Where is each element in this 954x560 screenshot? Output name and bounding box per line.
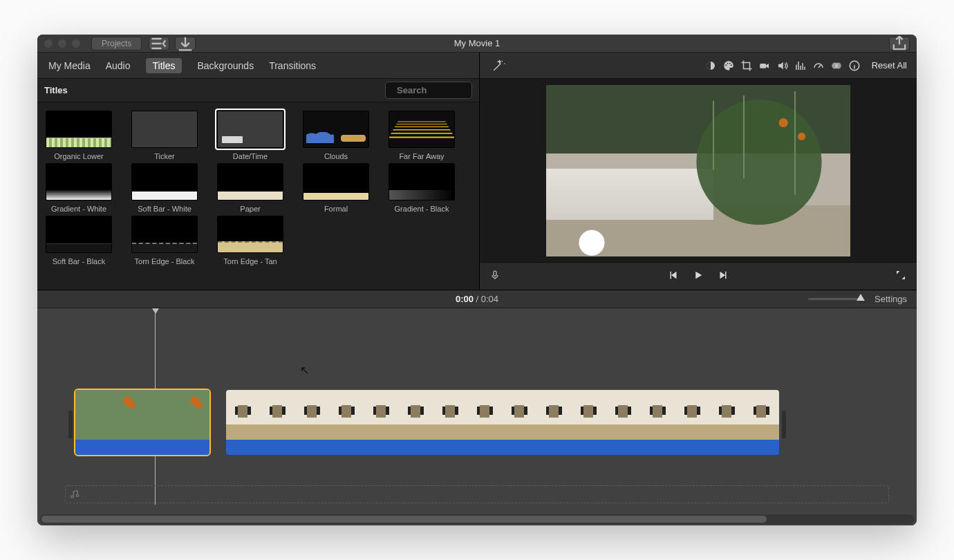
close-window-dot[interactable] xyxy=(44,39,53,48)
svg-rect-6 xyxy=(760,64,766,68)
title-label: Soft Bar - White xyxy=(127,205,202,213)
section-label: Titles xyxy=(44,85,68,95)
clip-trim-handle-right[interactable] xyxy=(782,411,786,438)
title-item[interactable]: Clouds xyxy=(299,111,373,160)
title-thumbnail xyxy=(217,163,283,200)
clip-filter-button[interactable] xyxy=(827,59,845,72)
title-item[interactable]: Torn Edge - Black xyxy=(127,216,202,265)
zoom-window-dot[interactable] xyxy=(72,39,80,48)
title-thumbnail xyxy=(131,163,198,200)
title-thumbnail xyxy=(131,216,198,253)
title-label: Paper xyxy=(213,205,288,213)
title-item[interactable]: Ticker xyxy=(127,111,202,160)
audio-waveform xyxy=(226,440,779,455)
minimize-window-dot[interactable] xyxy=(58,39,66,48)
search-box[interactable] xyxy=(385,82,472,99)
title-label: Clouds xyxy=(299,152,373,160)
magic-wand-icon xyxy=(492,59,505,73)
titles-grid: Organic LowerTickerDate/TimeCloudsFar Fa… xyxy=(37,102,479,290)
title-item[interactable]: Soft Bar - White xyxy=(127,163,202,213)
viewer-pane: Reset All xyxy=(480,53,917,290)
timeline-clip-1[interactable] xyxy=(75,390,209,455)
projects-button[interactable]: Projects xyxy=(91,37,142,50)
traffic-lights xyxy=(44,39,80,48)
title-item[interactable]: Gradient - Black xyxy=(384,163,459,213)
download-icon xyxy=(176,35,195,53)
title-thumbnail xyxy=(217,111,283,148)
reset-all-button[interactable]: Reset All xyxy=(872,60,907,71)
title-thumbnail xyxy=(46,216,112,253)
camcorder-icon xyxy=(758,59,771,72)
overlap-circles-icon xyxy=(830,59,843,72)
clip-trim-handle-left[interactable] xyxy=(68,411,73,438)
title-item[interactable]: Organic Lower xyxy=(41,111,116,160)
title-item[interactable]: Date/Time xyxy=(213,111,288,160)
enhance-button[interactable] xyxy=(489,59,507,73)
library-view-button[interactable] xyxy=(149,37,169,50)
svg-point-2 xyxy=(725,64,727,66)
title-item[interactable]: Gradient - White xyxy=(41,163,116,213)
timeline[interactable]: ↖︎ xyxy=(37,308,917,525)
title-item[interactable]: Torn Edge - Tan xyxy=(213,216,288,265)
skip-forward-icon xyxy=(717,269,729,281)
music-note-icon xyxy=(70,489,80,499)
title-label: Soft Bar - Black xyxy=(41,257,116,265)
title-thumbnail xyxy=(217,216,283,253)
equalizer-icon xyxy=(794,59,807,72)
title-item[interactable]: Formal xyxy=(299,163,373,213)
timeline-clip-2[interactable] xyxy=(226,390,779,455)
title-item[interactable]: Far Far Away xyxy=(384,111,459,160)
title-item[interactable]: Soft Bar - Black xyxy=(41,216,116,265)
speed-button[interactable] xyxy=(810,59,827,72)
scrollbar-thumb[interactable] xyxy=(41,516,767,523)
browser-tab-my-media[interactable]: My Media xyxy=(48,60,91,71)
list-icon xyxy=(149,35,169,53)
expand-icon xyxy=(895,269,907,281)
import-button[interactable] xyxy=(175,37,196,50)
timeline-scrollbar[interactable] xyxy=(40,514,914,524)
fullscreen-button[interactable] xyxy=(895,269,907,283)
title-label: Far Far Away xyxy=(384,152,459,160)
preview-viewer[interactable] xyxy=(480,79,917,262)
time-readout: 0:00 / 0:04 xyxy=(456,294,498,304)
info-icon xyxy=(848,59,861,72)
stabilization-button[interactable] xyxy=(756,59,774,72)
timeline-infobar: 0:00 / 0:04 Settings xyxy=(37,290,917,308)
volume-icon xyxy=(776,59,789,72)
svg-point-4 xyxy=(729,62,731,64)
browser-tab-audio[interactable]: Audio xyxy=(106,60,131,71)
next-button[interactable] xyxy=(717,269,729,283)
palette-icon xyxy=(722,59,735,72)
title-thumbnail xyxy=(303,111,369,148)
prev-button[interactable] xyxy=(667,269,680,283)
svg-rect-10 xyxy=(494,271,496,276)
browser-tab-titles[interactable]: Titles xyxy=(146,58,183,73)
svg-point-8 xyxy=(834,62,841,68)
title-label: Gradient - White xyxy=(41,205,116,213)
title-thumbnail xyxy=(46,111,112,148)
volume-button[interactable] xyxy=(774,59,792,72)
noise-reduction-button[interactable] xyxy=(792,59,810,72)
color-balance-button[interactable] xyxy=(702,59,720,72)
play-button[interactable] xyxy=(692,269,704,283)
share-button[interactable] xyxy=(889,37,910,50)
transport-controls xyxy=(667,269,729,283)
browser-tab-backgrounds[interactable]: Backgrounds xyxy=(197,60,254,71)
title-thumbnail xyxy=(131,111,198,148)
background-music-well[interactable] xyxy=(65,485,889,503)
svg-point-5 xyxy=(730,64,731,66)
settings-button[interactable]: Settings xyxy=(874,294,907,304)
color-correction-button[interactable] xyxy=(720,59,738,72)
zoom-slider[interactable] xyxy=(808,298,863,300)
zoom-thumb[interactable] xyxy=(857,294,865,301)
browser-tab-transitions[interactable]: Transitions xyxy=(269,60,316,71)
crop-button[interactable] xyxy=(738,59,756,72)
playbar xyxy=(480,262,917,290)
voiceover-button[interactable] xyxy=(489,268,501,284)
half-circle-icon xyxy=(704,59,717,72)
info-button[interactable] xyxy=(845,59,863,72)
title-item[interactable]: Paper xyxy=(213,163,288,213)
cursor-icon: ↖︎ xyxy=(300,364,309,377)
title-label: Date/Time xyxy=(213,152,288,160)
speedometer-icon xyxy=(812,59,825,72)
